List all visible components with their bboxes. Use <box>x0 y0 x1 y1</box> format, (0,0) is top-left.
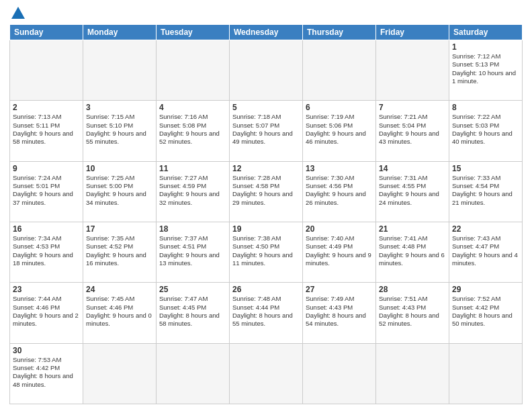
calendar-cell: 14Sunrise: 7:31 AM Sunset: 4:55 PM Dayli… <box>376 161 449 222</box>
calendar-cell <box>83 40 157 101</box>
calendar-cell: 26Sunrise: 7:48 AM Sunset: 4:44 PM Dayli… <box>230 283 303 343</box>
calendar-cell: 6Sunrise: 7:19 AM Sunset: 5:06 PM Daylig… <box>303 101 376 161</box>
day-number: 20 <box>306 224 373 234</box>
day-info: Sunrise: 7:25 AM Sunset: 5:00 PM Dayligh… <box>86 174 153 207</box>
day-number: 11 <box>159 164 226 173</box>
calendar-cell: 29Sunrise: 7:52 AM Sunset: 4:42 PM Dayli… <box>449 283 523 343</box>
calendar-cell <box>157 343 230 404</box>
day-info: Sunrise: 7:22 AM Sunset: 5:03 PM Dayligh… <box>452 113 519 146</box>
calendar-row-2: 9Sunrise: 7:24 AM Sunset: 5:01 PM Daylig… <box>10 161 523 222</box>
calendar-header: SundayMondayTuesdayWednesdayThursdayFrid… <box>10 25 523 40</box>
day-info: Sunrise: 7:52 AM Sunset: 4:42 PM Dayligh… <box>452 295 519 328</box>
day-info: Sunrise: 7:34 AM Sunset: 4:53 PM Dayligh… <box>13 234 80 267</box>
day-info: Sunrise: 7:44 AM Sunset: 4:46 PM Dayligh… <box>13 295 80 328</box>
calendar-cell: 27Sunrise: 7:49 AM Sunset: 4:43 PM Dayli… <box>303 283 376 343</box>
day-number: 22 <box>452 224 519 234</box>
day-number: 28 <box>379 285 446 294</box>
calendar-cell <box>157 40 230 101</box>
day-info: Sunrise: 7:33 AM Sunset: 4:54 PM Dayligh… <box>452 174 519 207</box>
calendar-cell: 19Sunrise: 7:38 AM Sunset: 4:50 PM Dayli… <box>230 222 303 282</box>
day-info: Sunrise: 7:35 AM Sunset: 4:52 PM Dayligh… <box>86 234 153 267</box>
day-number: 4 <box>159 103 226 112</box>
calendar-cell: 3Sunrise: 7:15 AM Sunset: 5:10 PM Daylig… <box>83 101 157 161</box>
calendar-cell <box>376 343 449 404</box>
day-number: 27 <box>306 285 373 294</box>
day-info: Sunrise: 7:41 AM Sunset: 4:48 PM Dayligh… <box>379 234 446 267</box>
day-info: Sunrise: 7:53 AM Sunset: 4:42 PM Dayligh… <box>13 356 80 389</box>
calendar-cell: 2Sunrise: 7:13 AM Sunset: 5:11 PM Daylig… <box>10 101 83 161</box>
day-info: Sunrise: 7:38 AM Sunset: 4:50 PM Dayligh… <box>232 234 300 267</box>
day-info: Sunrise: 7:37 AM Sunset: 4:51 PM Dayligh… <box>159 234 226 267</box>
day-number: 23 <box>13 285 80 294</box>
calendar-body: 1Sunrise: 7:12 AM Sunset: 5:13 PM Daylig… <box>10 40 523 404</box>
day-info: Sunrise: 7:12 AM Sunset: 5:13 PM Dayligh… <box>452 52 519 85</box>
day-number: 21 <box>379 224 446 234</box>
calendar-cell: 13Sunrise: 7:30 AM Sunset: 4:56 PM Dayli… <box>303 161 376 222</box>
calendar-row-0: 1Sunrise: 7:12 AM Sunset: 5:13 PM Daylig… <box>10 40 523 101</box>
calendar-table: SundayMondayTuesdayWednesdayThursdayFrid… <box>9 24 523 404</box>
calendar-cell: 30Sunrise: 7:53 AM Sunset: 4:42 PM Dayli… <box>10 343 83 404</box>
day-info: Sunrise: 7:19 AM Sunset: 5:06 PM Dayligh… <box>306 113 373 146</box>
calendar-row-4: 23Sunrise: 7:44 AM Sunset: 4:46 PM Dayli… <box>10 283 523 343</box>
day-number: 14 <box>379 164 446 173</box>
calendar-cell: 8Sunrise: 7:22 AM Sunset: 5:03 PM Daylig… <box>449 101 523 161</box>
weekday-header-sunday: Sunday <box>10 25 83 40</box>
weekday-header-thursday: Thursday <box>303 25 376 40</box>
day-number: 3 <box>86 103 153 112</box>
weekday-header-tuesday: Tuesday <box>157 25 230 40</box>
calendar-cell: 25Sunrise: 7:47 AM Sunset: 4:45 PM Dayli… <box>157 283 230 343</box>
calendar-cell: 12Sunrise: 7:28 AM Sunset: 4:58 PM Dayli… <box>230 161 303 222</box>
calendar-cell: 23Sunrise: 7:44 AM Sunset: 4:46 PM Dayli… <box>10 283 83 343</box>
day-info: Sunrise: 7:47 AM Sunset: 4:45 PM Dayligh… <box>159 295 226 328</box>
day-number: 16 <box>13 224 80 234</box>
day-info: Sunrise: 7:31 AM Sunset: 4:55 PM Dayligh… <box>379 174 446 207</box>
weekday-header-monday: Monday <box>83 25 157 40</box>
day-info: Sunrise: 7:13 AM Sunset: 5:11 PM Dayligh… <box>13 113 80 146</box>
day-info: Sunrise: 7:40 AM Sunset: 4:49 PM Dayligh… <box>306 234 373 267</box>
calendar-cell <box>10 40 83 101</box>
calendar-cell <box>230 343 303 404</box>
day-info: Sunrise: 7:15 AM Sunset: 5:10 PM Dayligh… <box>86 113 153 146</box>
calendar-cell: 18Sunrise: 7:37 AM Sunset: 4:51 PM Dayli… <box>157 222 230 282</box>
calendar-cell: 15Sunrise: 7:33 AM Sunset: 4:54 PM Dayli… <box>449 161 523 222</box>
calendar-row-1: 2Sunrise: 7:13 AM Sunset: 5:11 PM Daylig… <box>10 101 523 161</box>
day-number: 19 <box>232 224 300 234</box>
day-number: 9 <box>13 164 80 173</box>
day-number: 25 <box>159 285 226 294</box>
day-info: Sunrise: 7:18 AM Sunset: 5:07 PM Dayligh… <box>232 113 300 146</box>
weekday-header-saturday: Saturday <box>449 25 523 40</box>
day-info: Sunrise: 7:16 AM Sunset: 5:08 PM Dayligh… <box>159 113 226 146</box>
day-info: Sunrise: 7:27 AM Sunset: 4:59 PM Dayligh… <box>159 174 226 207</box>
day-info: Sunrise: 7:48 AM Sunset: 4:44 PM Dayligh… <box>232 295 300 328</box>
calendar-cell <box>376 40 449 101</box>
calendar-cell: 24Sunrise: 7:45 AM Sunset: 4:46 PM Dayli… <box>83 283 157 343</box>
day-number: 7 <box>379 103 446 112</box>
calendar-cell: 16Sunrise: 7:34 AM Sunset: 4:53 PM Dayli… <box>10 222 83 282</box>
calendar-cell: 28Sunrise: 7:51 AM Sunset: 4:43 PM Dayli… <box>376 283 449 343</box>
calendar-cell: 1Sunrise: 7:12 AM Sunset: 5:13 PM Daylig… <box>449 40 523 101</box>
calendar-row-3: 16Sunrise: 7:34 AM Sunset: 4:53 PM Dayli… <box>10 222 523 282</box>
calendar-cell: 17Sunrise: 7:35 AM Sunset: 4:52 PM Dayli… <box>83 222 157 282</box>
calendar-row-5: 30Sunrise: 7:53 AM Sunset: 4:42 PM Dayli… <box>10 343 523 404</box>
calendar-cell: 21Sunrise: 7:41 AM Sunset: 4:48 PM Dayli… <box>376 222 449 282</box>
day-info: Sunrise: 7:51 AM Sunset: 4:43 PM Dayligh… <box>379 295 446 328</box>
day-number: 30 <box>13 346 80 355</box>
day-info: Sunrise: 7:45 AM Sunset: 4:46 PM Dayligh… <box>86 295 153 328</box>
day-info: Sunrise: 7:28 AM Sunset: 4:58 PM Dayligh… <box>232 174 300 207</box>
weekday-header-wednesday: Wednesday <box>230 25 303 40</box>
calendar-cell <box>83 343 157 404</box>
day-number: 1 <box>452 42 519 52</box>
day-number: 26 <box>232 285 300 294</box>
calendar-cell: 7Sunrise: 7:21 AM Sunset: 5:04 PM Daylig… <box>376 101 449 161</box>
day-number: 17 <box>86 224 153 234</box>
day-number: 6 <box>306 103 373 112</box>
day-number: 29 <box>452 285 519 294</box>
day-info: Sunrise: 7:43 AM Sunset: 4:47 PM Dayligh… <box>452 234 519 267</box>
calendar-cell: 11Sunrise: 7:27 AM Sunset: 4:59 PM Dayli… <box>157 161 230 222</box>
calendar-cell <box>303 40 376 101</box>
calendar-cell <box>230 40 303 101</box>
weekday-header-friday: Friday <box>376 25 449 40</box>
day-number: 2 <box>13 103 80 112</box>
day-number: 18 <box>159 224 226 234</box>
logo-triangle-icon <box>11 7 25 19</box>
